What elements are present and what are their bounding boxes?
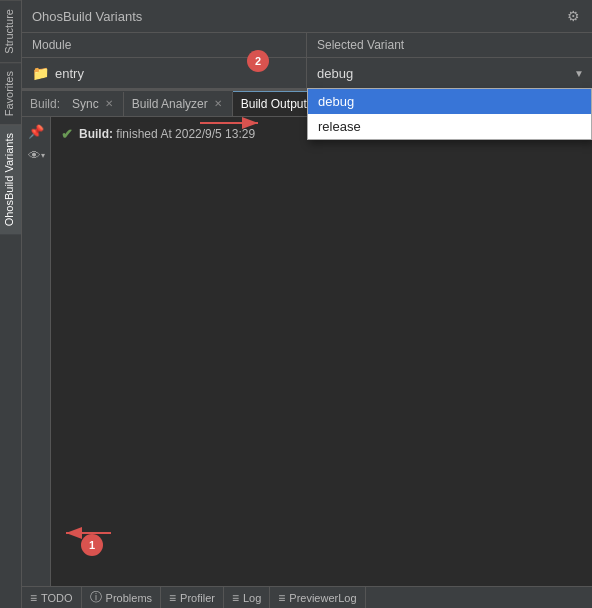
gear-button[interactable]: ⚙ — [565, 6, 582, 26]
status-todo-label: TODO — [41, 592, 73, 604]
status-profiler-label: Profiler — [180, 592, 215, 604]
dropdown-option-debug[interactable]: debug — [308, 89, 591, 114]
tab-sync[interactable]: Sync ✕ — [64, 92, 124, 116]
log-icon: ≡ — [232, 591, 239, 605]
status-profiler[interactable]: ≡ Profiler — [161, 587, 224, 608]
annotation-2: 2 — [247, 50, 269, 72]
variants-panel: OhosBuild Variants ⚙ Module Selected Var… — [22, 0, 592, 91]
build-log-text: Build: finished At 2022/9/5 13:29 — [79, 125, 255, 144]
problems-icon: ⓘ — [90, 589, 102, 606]
variant-cell[interactable]: debug ▼ debug release 2 — [307, 58, 592, 88]
status-todo[interactable]: ≡ TODO — [22, 587, 82, 608]
panel-header: OhosBuild Variants ⚙ — [22, 0, 592, 33]
status-log[interactable]: ≡ Log — [224, 587, 270, 608]
table-header: Module Selected Variant — [22, 33, 592, 58]
status-previewerlog[interactable]: ≡ PreviewerLog — [270, 587, 365, 608]
pin-button[interactable]: 📌 — [26, 121, 46, 141]
selected-variant-text: debug — [317, 66, 353, 81]
status-previewerlog-label: PreviewerLog — [289, 592, 356, 604]
previewerlog-icon: ≡ — [278, 591, 285, 605]
todo-icon: ≡ — [30, 591, 37, 605]
dropdown-arrow-icon: ▼ — [574, 68, 584, 79]
tab-sync-close[interactable]: ✕ — [103, 97, 115, 110]
profiler-icon: ≡ — [169, 591, 176, 605]
sidebar-tab-ohosbuild[interactable]: OhosBuild Variants — [0, 124, 21, 234]
status-problems-label: Problems — [106, 592, 152, 604]
build-main-row: 📌 👁 ▾ ✔ Build: finished At 2022/9/5 13:2… — [22, 117, 592, 586]
variant-dropdown: debug release — [307, 88, 592, 140]
tab-build-analyzer-label: Build Analyzer — [132, 97, 208, 111]
tab-sync-label: Sync — [72, 97, 99, 111]
eye-button[interactable]: 👁 ▾ — [26, 145, 46, 165]
main-content: OhosBuild Variants ⚙ Module Selected Var… — [22, 0, 592, 608]
table-row: 📁 entry debug ▼ debug release 2 — [22, 58, 592, 89]
tab-build-output-label: Build Output — [241, 97, 307, 111]
status-problems[interactable]: ⓘ Problems — [82, 587, 161, 608]
build-area: Build: Sync ✕ Build Analyzer ✕ Build Out… — [22, 91, 592, 586]
panel-title: OhosBuild Variants — [32, 9, 142, 24]
tab-build-analyzer[interactable]: Build Analyzer ✕ — [124, 92, 233, 116]
eye-chevron-icon: ▾ — [41, 151, 45, 160]
variants-table: Module Selected Variant 📁 entry debug ▼ … — [22, 33, 592, 89]
build-status-icon: ✔ — [61, 123, 73, 145]
build-log-rest: finished At 2022/9/5 13:29 — [116, 127, 255, 141]
module-name: entry — [55, 66, 84, 81]
tab-build-analyzer-close[interactable]: ✕ — [212, 97, 224, 110]
status-bar: ≡ TODO ⓘ Problems ≡ Profiler ≡ Log ≡ Pre… — [22, 586, 592, 608]
build-content: ✔ Build: finished At 2022/9/5 13:29 42 1 — [51, 117, 592, 586]
build-toolbar: 📌 👁 ▾ — [22, 117, 51, 586]
variant-select[interactable]: debug ▼ — [307, 58, 592, 88]
sidebar-tab-structure[interactable]: Structure — [0, 0, 21, 62]
folder-icon: 📁 — [32, 65, 49, 81]
eye-icon: 👁 — [28, 148, 41, 163]
annotation-1: 1 — [81, 534, 103, 556]
status-log-label: Log — [243, 592, 261, 604]
dropdown-option-release[interactable]: release — [308, 114, 591, 139]
left-sidebar: Structure Favorites OhosBuild Variants — [0, 0, 22, 608]
sidebar-tab-favorites[interactable]: Favorites — [0, 62, 21, 124]
col-header-variant: Selected Variant — [307, 33, 592, 57]
build-label: Build: — [26, 92, 64, 116]
build-log-bold: Build: — [79, 127, 113, 141]
